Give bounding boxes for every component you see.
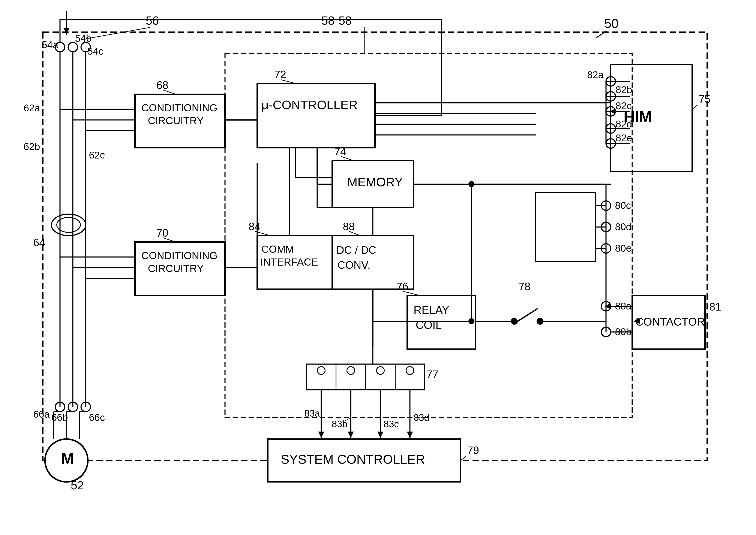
- ref-83a: 83a: [304, 408, 320, 418]
- ref-78: 78: [519, 281, 531, 293]
- ref-79: 79: [467, 444, 479, 456]
- ref-62c: 62c: [89, 150, 105, 161]
- ref-54a: 54a: [42, 39, 58, 50]
- ref-81: 81: [709, 301, 721, 313]
- conditioning-circuitry-bottom-line2: CIRCUITRY: [148, 263, 204, 274]
- ref-72: 72: [274, 69, 286, 80]
- svg-rect-77: [536, 193, 596, 261]
- ref-62a: 62a: [24, 102, 40, 114]
- ref-80c: 80c: [615, 200, 631, 211]
- ref-74: 74: [334, 146, 346, 157]
- ref-80d: 80d: [615, 221, 631, 232]
- ref-82d: 82d: [616, 119, 632, 129]
- ref-50: 50: [604, 16, 619, 31]
- ref-70: 70: [157, 227, 168, 239]
- system-controller-label: SYSTEM CONTROLLER: [281, 452, 425, 466]
- ref-82a: 82a: [587, 69, 604, 80]
- comm-interface-line1: COMM: [261, 243, 294, 255]
- dc-dc-line2: CONV.: [337, 259, 370, 271]
- relay-coil-line2: COIL: [416, 319, 442, 331]
- comm-interface-line2: INTERFACE: [260, 256, 318, 268]
- dc-dc-line1: DC / DC: [336, 244, 376, 256]
- ref-84: 84: [248, 221, 261, 233]
- motor-m-label: M: [61, 450, 74, 467]
- ref-58: 58: [321, 14, 334, 27]
- ref-82e: 82e: [616, 132, 632, 144]
- ref-83b: 83b: [332, 419, 347, 429]
- contactor-label: CONTACTOR: [635, 316, 705, 328]
- conditioning-circuitry-top-line1: CONDITIONING: [141, 102, 218, 114]
- ref-52: 52: [71, 479, 84, 492]
- ref-76: 76: [396, 281, 408, 293]
- diagram-container: 50 54a 54b 54c 56 62a 62b 62c CONDITIONI…: [0, 0, 756, 535]
- conditioning-circuitry-top-line2: CIRCUITRY: [148, 115, 204, 127]
- ref-68: 68: [157, 79, 168, 91]
- svg-rect-27: [257, 84, 375, 148]
- mu-controller-label: μ-CONTROLLER: [261, 98, 358, 112]
- ref-80e: 80e: [615, 243, 631, 254]
- svg-point-87: [511, 318, 518, 325]
- ref-88: 88: [343, 221, 355, 233]
- ref-62b: 62b: [24, 141, 40, 152]
- circuit-diagram: 50 54a 54b 54c 56 62a 62b 62c CONDITIONI…: [0, 0, 756, 535]
- ref-75: 75: [699, 93, 711, 105]
- relay-coil-line1: RELAY: [414, 304, 450, 316]
- memory-label: MEMORY: [347, 175, 403, 189]
- ref-58-arrow: 58: [338, 14, 352, 27]
- ref-82b: 82b: [616, 84, 632, 95]
- ref-66a: 66a: [33, 408, 50, 420]
- conditioning-circuitry-bottom-line1: CONDITIONING: [141, 250, 218, 261]
- ref-77: 77: [426, 368, 438, 380]
- ref-64: 64: [33, 237, 45, 249]
- ref-82c: 82c: [616, 100, 631, 111]
- ref-56: 56: [146, 14, 159, 27]
- ref-66c: 66c: [89, 412, 105, 423]
- ref-54c: 54c: [87, 45, 103, 57]
- ref-83c: 83c: [384, 419, 399, 429]
